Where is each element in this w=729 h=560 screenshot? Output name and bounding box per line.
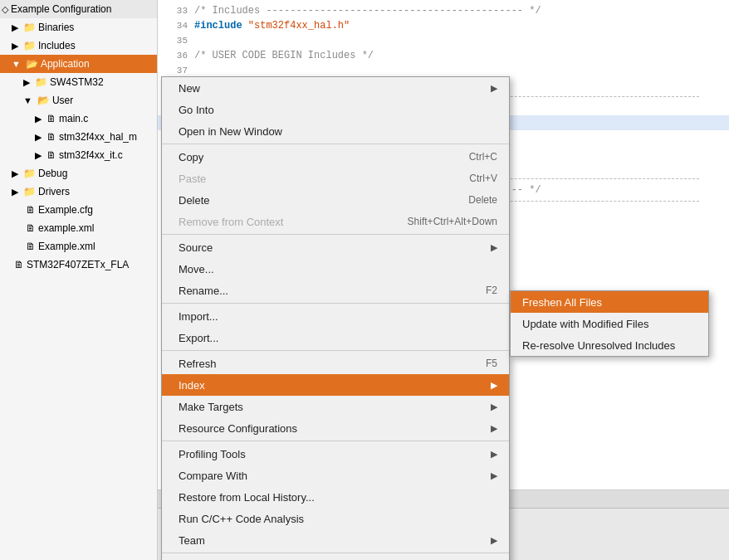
- menu-label: Remove from Context: [179, 216, 283, 228]
- menu-separator-6: [162, 553, 509, 553]
- tree-item-sw4stm32[interactable]: ▶ 📁 SW4STM32: [0, 73, 157, 91]
- tree-label: example.xml: [38, 222, 94, 234]
- tree-item-hal-m[interactable]: ▶ 🗎 stm32f4xx_hal_m: [0, 128, 157, 146]
- menu-label: Refresh: [179, 358, 217, 370]
- menu-label: Index: [179, 379, 205, 392]
- debug-folder-icon: 📁: [23, 168, 36, 179]
- tree-item-example-cfg[interactable]: 🗎 Example.cfg: [0, 201, 157, 219]
- submenu-item-freshen-all[interactable]: Freshen All Files: [511, 291, 708, 313]
- menu-label: Run C/C++ Code Analysis: [179, 513, 304, 525]
- submenu-arrow-icon: ▶: [491, 535, 497, 546]
- menu-item-refresh[interactable]: Refresh F5: [162, 353, 509, 374]
- folder-arrow-icon: ▶: [12, 22, 18, 33]
- menu-item-profiling[interactable]: Profiling Tools ▶: [162, 443, 509, 465]
- submenu-arrow-icon: ▶: [491, 242, 497, 253]
- tree-item-example-xml-upper[interactable]: 🗎 Example.xml: [0, 237, 157, 256]
- tree-item-example-config[interactable]: ◇ Example Configuration: [0, 0, 157, 18]
- menu-item-remove-context: Remove from Context Shift+Ctrl+Alt+Down: [162, 211, 509, 232]
- fla-file-icon: 🗎: [14, 259, 24, 270]
- menu-item-compare-with[interactable]: Compare With ▶: [162, 465, 509, 486]
- code-text: #include "stm32f4xx_hal.h": [194, 18, 350, 33]
- c-file-icon: 🗎: [46, 113, 56, 124]
- includes-icon: 📁: [23, 40, 36, 51]
- menu-item-paste: Paste Ctrl+V: [162, 168, 509, 189]
- tree-label: stm32f4xx_it.c: [59, 149, 123, 161]
- menu-item-make-targets[interactable]: Make Targets ▶: [162, 396, 509, 417]
- menu-item-resource-config[interactable]: Resource Configurations ▶: [162, 417, 509, 439]
- c-file3-icon: 🗎: [46, 149, 56, 161]
- tree-label: User: [52, 95, 73, 106]
- submenu-arrow-icon: ▶: [491, 402, 497, 412]
- menu-separator-1: [162, 144, 509, 144]
- menu-item-export[interactable]: Export...: [162, 327, 509, 348]
- folder-open-arrow-icon: ▼: [23, 95, 32, 105]
- menu-item-new[interactable]: New ▶: [162, 77, 509, 99]
- tree-item-debug[interactable]: ▶ 📁 Debug: [0, 164, 157, 183]
- menu-item-import[interactable]: Import...: [162, 305, 509, 327]
- submenu-label: Re-resolve Unresolved Includes: [522, 339, 675, 352]
- tree-item-includes[interactable]: ▶ 📁 Includes: [0, 37, 157, 55]
- folder-open-arrow-icon: ▼: [12, 59, 21, 69]
- menu-item-rename[interactable]: Rename... F2: [162, 280, 509, 301]
- submenu-arrow-icon: ▶: [491, 423, 497, 434]
- menu-label: Export...: [179, 332, 218, 344]
- menu-item-run-analysis[interactable]: Run C/C++ Code Analysis: [162, 508, 509, 529]
- tree-label: Binaries: [38, 22, 74, 33]
- tree-label: Example Configuration: [11, 3, 111, 15]
- tree-label: Application: [41, 58, 90, 70]
- menu-item-restore[interactable]: Restore from Local History...: [162, 486, 509, 508]
- shortcut-label: F5: [486, 358, 497, 369]
- menu-separator-5: [162, 441, 509, 441]
- folder-arrow-icon: ▶: [23, 77, 30, 88]
- submenu-arrow-icon: ▶: [491, 380, 497, 391]
- file-icon: ▶: [35, 150, 42, 161]
- file-icon: ▶: [35, 114, 42, 124]
- sw4-icon: 📁: [35, 76, 47, 88]
- xml-file2-icon: 🗎: [26, 241, 36, 252]
- tree-item-application[interactable]: ▼ 📂 Application: [0, 55, 157, 73]
- menu-label: Open in New Window: [179, 125, 282, 138]
- shortcut-label: Delete: [468, 194, 497, 206]
- shortcut-label: Shift+Ctrl+Alt+Down: [408, 216, 497, 227]
- menu-label: Team: [179, 534, 205, 547]
- menu-item-index[interactable]: Index ▶: [162, 374, 509, 396]
- tree-label: Includes: [38, 40, 76, 51]
- menu-separator-2: [162, 234, 509, 235]
- menu-item-copy[interactable]: Copy Ctrl+C: [162, 146, 509, 168]
- menu-item-source[interactable]: Source ▶: [162, 236, 509, 258]
- menu-item-team[interactable]: Team ▶: [162, 529, 509, 551]
- tree-label: Example.xml: [38, 241, 95, 252]
- tree-item-it[interactable]: ▶ 🗎 stm32f4xx_it.c: [0, 146, 157, 164]
- line-number: 34: [164, 18, 188, 33]
- tree-item-user[interactable]: ▼ 📂 User: [0, 91, 157, 110]
- tree-label: Example.cfg: [38, 204, 93, 216]
- menu-item-go-into[interactable]: Go Into: [162, 99, 509, 120]
- menu-label: Make Targets: [179, 401, 243, 413]
- menu-item-properties[interactable]: Properties Alt+Enter: [162, 555, 509, 560]
- menu-label: Move...: [179, 263, 214, 275]
- menu-item-move[interactable]: Move...: [162, 258, 509, 280]
- tree-item-stm32-fla[interactable]: 🗎 STM32F407ZETx_FLA: [0, 256, 157, 274]
- binaries-icon: 📁: [23, 22, 36, 33]
- tree-item-mainc[interactable]: ▶ 🗎 main.c: [0, 110, 157, 128]
- tree-item-example-xml-lower[interactable]: 🗎 example.xml: [0, 219, 157, 237]
- index-submenu: Freshen All Files Update with Modified F…: [510, 290, 709, 357]
- code-line-33: 33 /* Includes -------------------------…: [158, 3, 729, 18]
- context-menu: New ▶ Go Into Open in New Window Copy Ct…: [161, 76, 510, 560]
- submenu-arrow-icon: ▶: [491, 449, 497, 460]
- menu-item-open-new-window[interactable]: Open in New Window: [162, 120, 509, 142]
- menu-item-delete[interactable]: Delete Delete: [162, 189, 509, 211]
- tree-item-binaries[interactable]: ▶ 📁 Binaries: [0, 18, 157, 37]
- submenu-item-re-resolve[interactable]: Re-resolve Unresolved Includes: [511, 334, 708, 356]
- menu-label: Source: [179, 241, 213, 254]
- code-text: /* Includes ----------------------------…: [194, 3, 541, 18]
- submenu-label: Freshen All Files: [522, 296, 602, 309]
- menu-label: Import...: [179, 310, 218, 323]
- user-folder-icon: 📂: [37, 95, 50, 106]
- folder-arrow-icon: ▶: [12, 187, 18, 197]
- submenu-item-update-modified[interactable]: Update with Modified Files: [511, 313, 708, 334]
- tree-item-drivers[interactable]: ▶ 📁 Drivers: [0, 183, 157, 201]
- line-number: 33: [164, 3, 188, 18]
- submenu-arrow-icon: ▶: [491, 83, 497, 94]
- menu-label: Paste: [179, 173, 206, 185]
